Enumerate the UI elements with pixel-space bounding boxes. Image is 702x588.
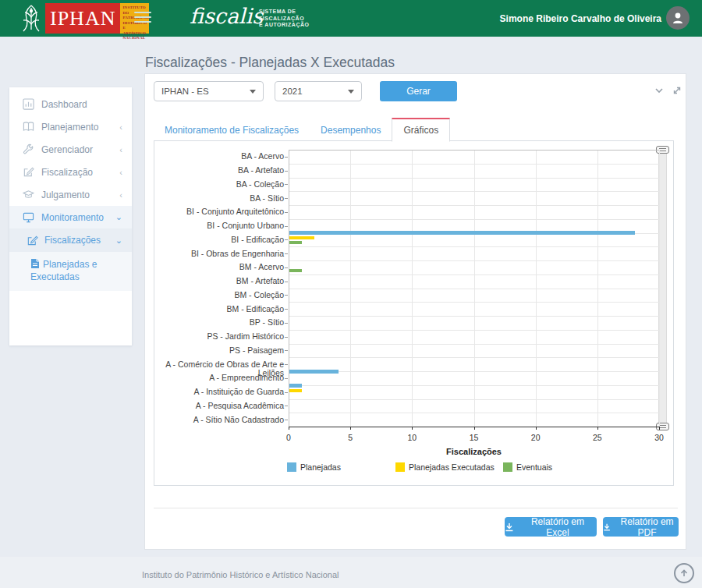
legend-item[interactable]: Planejadas Executadas <box>395 462 495 472</box>
monitor-icon <box>23 211 34 223</box>
axis-tick <box>597 427 598 430</box>
edit-icon <box>27 235 38 246</box>
sidebar-subitem-label: Fiscalizações <box>44 235 115 246</box>
axis-tick <box>350 427 351 430</box>
gridline <box>536 150 537 427</box>
axis-tick-label: 10 <box>407 433 417 442</box>
category-label: BI - Obras de Engenharia <box>154 250 284 258</box>
legend-swatch <box>503 462 512 472</box>
axis-tick <box>289 427 289 430</box>
unit-select[interactable]: IPHAN - ES <box>154 81 264 101</box>
menu-toggle-icon[interactable] <box>134 12 151 26</box>
category-label: BI - Conjunto Arquitetônico <box>154 207 284 216</box>
category-tick <box>285 212 288 213</box>
chart-bar[interactable] <box>289 370 339 374</box>
sidebar-item-dashboard[interactable]: Dashboard <box>9 93 132 115</box>
legend-label: Eventuais <box>516 462 552 472</box>
bar-chart-icon <box>23 98 34 110</box>
axis-tick-label: 20 <box>531 433 541 442</box>
chart-bar[interactable] <box>289 236 314 239</box>
category-label: BM - Acervo <box>154 263 284 271</box>
chevron-left-icon: ‹ <box>119 190 122 200</box>
plot-top-border <box>289 150 659 151</box>
category-label: PS - Jardim Histórico <box>154 332 284 341</box>
app-subtitle-line: E AUTORIZAÇÃO <box>259 22 309 29</box>
category-label: PS - Paisagem <box>154 346 284 355</box>
chevron-down-icon: ⌄ <box>115 212 122 222</box>
iphan-logo[interactable]: IPHAN Instituto do Patrimônio Histórico … <box>19 3 149 34</box>
top-bar: IPHAN Instituto do Patrimônio Histórico … <box>0 0 702 37</box>
category-tick <box>285 267 288 268</box>
chart-bar[interactable] <box>289 241 302 244</box>
chart-bar[interactable] <box>289 231 635 235</box>
legend-item[interactable]: Planejadas <box>287 462 341 472</box>
logo-subtext-line: Nacional <box>122 36 147 41</box>
person-icon <box>671 11 685 25</box>
book-icon <box>23 121 34 133</box>
arrow-up-icon <box>679 569 689 578</box>
page-title: Fiscalizações - Planejadas X Executadas <box>145 55 395 71</box>
chart-bar[interactable] <box>289 389 302 392</box>
chevron-left-icon: ‹ <box>119 145 122 154</box>
category-label: BA - Sítio <box>154 194 284 203</box>
sidebar-item-fiscalizacao[interactable]: Fiscalização ‹ <box>9 161 132 183</box>
tab-desempenhos[interactable]: Desempenhos <box>310 119 392 141</box>
sidebar-item-label: Julgamento <box>41 190 119 200</box>
tab-graficos[interactable]: Gráficos <box>392 118 450 142</box>
chart-bar[interactable] <box>289 269 302 272</box>
sidebar-item-label: Gerenciador <box>41 144 119 155</box>
file-icon <box>30 258 40 269</box>
iphan-logo-text: IPHAN <box>45 3 120 34</box>
expand-icon[interactable] <box>672 85 682 96</box>
chart-bar[interactable] <box>289 384 302 388</box>
sidebar-item-planejamento[interactable]: Planejamento ‹ <box>9 115 132 138</box>
category-label: BI - Edificação <box>154 236 284 244</box>
category-tick <box>285 198 288 199</box>
sidebar-item-julgamento[interactable]: Julgamento ‹ <box>9 183 132 206</box>
gridline <box>350 150 351 427</box>
user-avatar[interactable] <box>666 6 690 30</box>
category-tick <box>285 157 288 158</box>
category-tick <box>285 309 288 310</box>
category-label: A - Pesquisa Acadêmica <box>154 402 284 410</box>
sidebar-item-gerenciador[interactable]: Gerenciador ‹ <box>9 138 132 161</box>
gridline <box>412 150 413 427</box>
category-label: BA - Acervo <box>154 152 284 161</box>
scroll-to-top-button[interactable] <box>674 563 694 583</box>
category-tick <box>285 253 288 254</box>
category-tick <box>285 406 288 406</box>
category-label: BM - Artefato <box>154 277 284 285</box>
sidebar-item-monitoramento[interactable]: Monitoramento ⌄ <box>9 206 132 228</box>
chevron-left-icon: ‹ <box>119 168 122 177</box>
gridline <box>659 150 660 427</box>
axis-tick-label: 0 <box>286 433 291 442</box>
axis-tick-label: 25 <box>593 433 602 442</box>
legend-label: Planejadas <box>300 462 341 472</box>
year-select[interactable]: 2021 <box>275 81 362 101</box>
collapse-chevron-icon[interactable] <box>654 85 665 96</box>
caret-down-icon <box>348 90 354 94</box>
tab-monitoramento[interactable]: Monitoramento de Fiscalizações <box>154 119 310 141</box>
sidebar-item-label: Dashboard <box>41 99 122 110</box>
tab-bar: Monitoramento de Fiscalizações Desempenh… <box>154 119 450 141</box>
app-subtitle-line: FISCALIZAÇÃO <box>259 16 309 23</box>
sidebar-item-label: Planejamento <box>41 122 119 133</box>
sidebar-subitem-fiscalizacoes[interactable]: Fiscalizações ⌄ <box>9 228 132 252</box>
report-excel-button[interactable]: Relatório em Excel <box>505 517 597 537</box>
chevron-left-icon: ‹ <box>119 122 122 132</box>
gridline <box>474 150 475 427</box>
category-label: BA - Coleção <box>154 180 284 189</box>
sidebar-item-planejadas-executadas[interactable]: Planejadas e Executadas <box>9 252 132 291</box>
category-tick <box>285 226 288 227</box>
sidebar: Dashboard Planejamento ‹ Gerenciador ‹ F… <box>9 87 132 345</box>
category-tick <box>285 364 288 365</box>
legend-item[interactable]: Eventuais <box>503 462 552 472</box>
download-icon <box>603 522 611 532</box>
legend-swatch <box>395 462 405 472</box>
x-axis-label: Fiscalizações <box>446 447 502 456</box>
report-pdf-button[interactable]: Relatório em PDF <box>603 517 679 537</box>
app-subtitle-line: SISTEMA DE <box>259 9 309 16</box>
app-window: IPHAN Instituto do Patrimônio Histórico … <box>0 0 702 588</box>
generate-button[interactable]: Gerar <box>380 81 457 101</box>
category-tick <box>285 323 288 324</box>
